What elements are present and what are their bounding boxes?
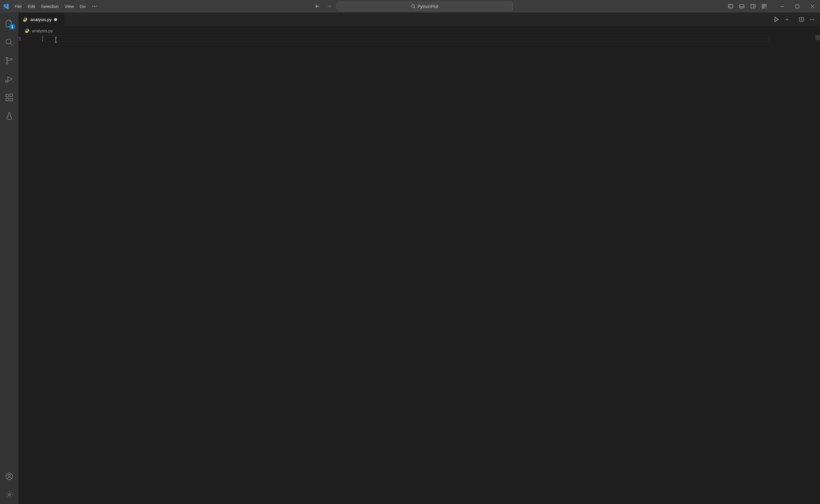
breadcrumb-filename: analysis.py [32, 28, 53, 33]
svg-line-21 [10, 43, 12, 45]
svg-point-34 [8, 474, 11, 477]
activity-settings-button[interactable] [0, 486, 18, 504]
nav-forward-button[interactable] [324, 2, 334, 11]
overview-ruler[interactable] [815, 35, 820, 40]
search-icon [411, 4, 416, 9]
editor-more-actions-button[interactable] [807, 15, 817, 24]
svg-point-38 [810, 19, 811, 20]
svg-rect-31 [10, 98, 13, 101]
svg-rect-8 [740, 5, 744, 8]
window-minimize-button[interactable] [774, 0, 790, 13]
run-file-button[interactable] [772, 15, 781, 24]
editor-area: analysis.py [18, 13, 820, 504]
svg-point-23 [6, 62, 8, 64]
minimap[interactable] [815, 35, 820, 504]
svg-rect-15 [765, 7, 766, 8]
editor-tab[interactable]: analysis.py [18, 13, 65, 26]
customize-layout-button[interactable] [759, 0, 770, 13]
svg-point-20 [6, 39, 11, 44]
svg-point-3 [412, 5, 414, 7]
activity-accounts-button[interactable] [0, 467, 18, 486]
python-file-icon [22, 17, 28, 22]
svg-point-24 [11, 58, 12, 60]
title-bar-left: File Edit Selection View Go [0, 0, 100, 13]
split-editor-button[interactable] [797, 15, 806, 24]
nav-back-button[interactable] [313, 2, 322, 11]
menu-view[interactable]: View [62, 0, 77, 13]
line-number-gutter: 1 [18, 35, 42, 504]
toggle-panel-button[interactable] [736, 0, 747, 13]
window-close-button[interactable] [805, 0, 820, 13]
svg-line-4 [414, 7, 415, 8]
svg-point-1 [94, 6, 95, 7]
line-number: 1 [18, 36, 34, 42]
svg-point-2 [96, 6, 97, 7]
editor-tab-actions [769, 13, 820, 26]
activity-run-debug-button[interactable] [0, 70, 18, 88]
svg-rect-13 [762, 7, 764, 8]
menu-selection[interactable]: Selection [38, 0, 61, 13]
activity-testing-button[interactable] [0, 107, 18, 125]
code-editor[interactable]: 1 [18, 35, 820, 504]
breadcrumb[interactable]: analysis.py [18, 26, 820, 35]
editor-tab-label: analysis.py [30, 17, 51, 22]
run-file-dropdown-button[interactable] [782, 15, 792, 24]
svg-rect-10 [751, 5, 755, 8]
python-file-icon [24, 28, 30, 33]
text-cursor [42, 36, 43, 42]
editor-tab-row: analysis.py [18, 13, 820, 26]
menu-edit[interactable]: Edit [25, 0, 38, 13]
activity-extensions-button[interactable] [0, 88, 18, 107]
explorer-badge: 1 [9, 24, 15, 30]
svg-rect-30 [6, 98, 9, 101]
toggle-primary-sidebar-button[interactable] [725, 0, 736, 13]
activity-explorer-button[interactable]: 1 [0, 15, 18, 33]
svg-rect-12 [762, 4, 764, 6]
search-text: PythonPlot [418, 4, 439, 9]
svg-point-40 [813, 19, 814, 20]
title-bar-center: PythonPlot [100, 2, 725, 11]
svg-point-39 [812, 19, 813, 20]
menu-go[interactable]: Go [77, 0, 88, 13]
vscode-logo-icon [0, 3, 12, 9]
code-content[interactable] [42, 35, 815, 504]
svg-point-22 [6, 57, 8, 59]
svg-rect-32 [10, 94, 13, 97]
svg-point-0 [92, 6, 93, 7]
svg-rect-14 [765, 4, 766, 6]
title-bar: File Edit Selection View Go PythonPlot [0, 0, 820, 13]
command-center-search[interactable]: PythonPlot [336, 2, 513, 11]
code-line [42, 36, 815, 42]
window-maximize-button[interactable] [790, 0, 805, 13]
svg-point-25 [6, 80, 8, 82]
workbench-body: 1 analysi [0, 13, 820, 504]
toggle-secondary-sidebar-button[interactable] [747, 0, 759, 13]
activity-bar: 1 [0, 13, 18, 504]
title-bar-right [725, 0, 820, 13]
menu-file[interactable]: File [12, 0, 25, 13]
tab-dirty-indicator-icon [54, 18, 57, 21]
svg-rect-17 [796, 5, 799, 8]
svg-point-35 [8, 494, 11, 496]
svg-rect-29 [6, 94, 9, 97]
activity-source-control-button[interactable] [0, 51, 18, 70]
menu-overflow-button[interactable] [88, 0, 100, 13]
activity-search-button[interactable] [0, 33, 18, 51]
